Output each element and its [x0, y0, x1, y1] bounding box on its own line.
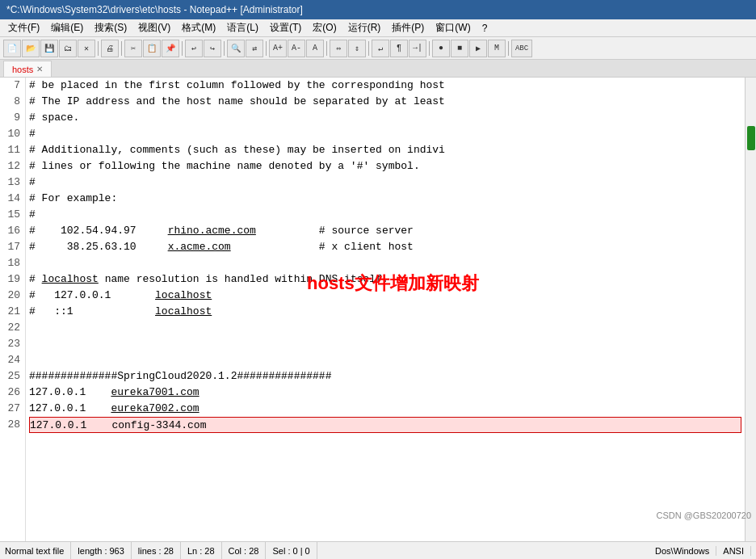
- toolbar-sep-6: [326, 41, 327, 56]
- code-line-9: # space.: [29, 110, 741, 126]
- menu-macro[interactable]: 宏(O): [308, 19, 341, 36]
- menu-search[interactable]: 搜索(S): [90, 19, 132, 36]
- line-numbers: 7891011121314151617181920212223242526272…: [0, 78, 26, 541]
- line-number-15: 15: [3, 207, 20, 223]
- toolbar-sep-8: [429, 41, 430, 56]
- code-line-10: #: [29, 126, 741, 142]
- code-line-24: [29, 352, 741, 368]
- code-line-13: #: [29, 174, 741, 191]
- line-number-16: 16: [3, 223, 20, 239]
- code-line-22: [29, 320, 741, 336]
- code-line-28: 127.0.0.1 config-3344.com: [29, 417, 741, 433]
- menu-window[interactable]: 窗口(W): [430, 19, 475, 36]
- scrollbar-thumb[interactable]: [747, 126, 755, 150]
- toolbar: 📄 📂 💾 🗂 ✕ 🖨 ✂ 📋 📌 ↩ ↪ 🔍 ⇄ A+ A- A ⇔ ⇕ ↵ …: [0, 37, 756, 60]
- menu-settings[interactable]: 设置(T): [265, 19, 306, 36]
- menu-lang[interactable]: 语言(L): [222, 19, 263, 36]
- line-number-18: 18: [3, 255, 20, 271]
- code-line-16: # 102.54.94.97 rhino.acme.com # source s…: [29, 223, 741, 239]
- code-line-12: # lines or following the machine name de…: [29, 158, 741, 174]
- toolbar-close[interactable]: ✕: [78, 40, 95, 57]
- line-number-21: 21: [3, 304, 20, 320]
- line-number-26: 26: [3, 385, 20, 401]
- line-number-28: 28: [3, 417, 20, 433]
- code-line-14: # For example:: [29, 191, 741, 207]
- code-line-15: #: [29, 207, 741, 223]
- code-line-25: ##############SpringCloud2020.1.2#######…: [29, 368, 741, 385]
- toolbar-new[interactable]: 📄: [3, 40, 21, 57]
- code-line-27: 127.0.0.1 eureka7002.com: [29, 401, 741, 417]
- code-line-11: # Additionally, comments (such as these)…: [29, 142, 741, 158]
- toolbar-sep-4: [224, 41, 225, 56]
- toolbar-save-all[interactable]: 🗂: [59, 40, 77, 57]
- toolbar-restore-zoom[interactable]: A: [306, 40, 324, 57]
- toolbar-macro-save[interactable]: M: [488, 40, 506, 57]
- toolbar-undo[interactable]: ↩: [185, 40, 203, 57]
- menu-view[interactable]: 视图(V): [133, 19, 175, 36]
- menu-format[interactable]: 格式(M): [177, 19, 220, 36]
- toolbar-find[interactable]: 🔍: [227, 40, 245, 57]
- toolbar-sep-5: [266, 41, 267, 56]
- code-line-20: # 127.0.0.1 localhost: [29, 288, 741, 304]
- status-enc: ANSI: [716, 546, 751, 556]
- menu-help[interactable]: ?: [477, 21, 493, 36]
- line-number-13: 13: [3, 174, 20, 191]
- toolbar-macro-rec[interactable]: ●: [432, 40, 450, 57]
- toolbar-all-chars[interactable]: ¶: [390, 40, 408, 57]
- toolbar-abc[interactable]: ABC: [511, 40, 532, 57]
- line-number-20: 20: [3, 288, 20, 304]
- line-number-12: 12: [3, 158, 20, 174]
- tab-hosts[interactable]: hosts ✕: [3, 61, 52, 77]
- menu-bar: 文件(F) 编辑(E) 搜索(S) 视图(V) 格式(M) 语言(L) 设置(T…: [0, 19, 756, 37]
- menu-run[interactable]: 运行(R): [343, 19, 386, 36]
- toolbar-word-wrap[interactable]: ↵: [372, 40, 389, 57]
- title-text: *C:\Windows\System32\drivers\etc\hosts -…: [6, 4, 303, 15]
- line-number-27: 27: [3, 401, 20, 417]
- watermark: CSDN @GBS20200720: [656, 511, 751, 520]
- toolbar-zoom-in[interactable]: A+: [269, 40, 287, 57]
- toolbar-sync-v[interactable]: ⇕: [348, 40, 366, 57]
- toolbar-cut[interactable]: ✂: [124, 40, 142, 57]
- code-line-18: [29, 255, 741, 271]
- menu-file[interactable]: 文件(F): [3, 19, 44, 36]
- code-line-23: [29, 336, 741, 352]
- code-line-8: # The IP address and the host name shoul…: [29, 94, 741, 110]
- menu-edit[interactable]: 编辑(E): [46, 19, 88, 36]
- line-number-23: 23: [3, 336, 20, 352]
- status-dos: Dos\Windows: [655, 546, 716, 556]
- toolbar-redo[interactable]: ↪: [204, 40, 221, 57]
- toolbar-save[interactable]: 💾: [40, 40, 58, 57]
- tab-close-icon[interactable]: ✕: [36, 65, 43, 74]
- line-number-9: 9: [3, 110, 20, 126]
- toolbar-sep-7: [368, 41, 369, 56]
- toolbar-paste[interactable]: 📌: [162, 40, 179, 57]
- toolbar-indent[interactable]: →|: [409, 40, 426, 57]
- line-number-22: 22: [3, 320, 20, 336]
- toolbar-copy[interactable]: 📋: [143, 40, 161, 57]
- scrollbar-vertical[interactable]: [745, 78, 756, 541]
- status-ln: Ln : 28: [181, 542, 222, 559]
- toolbar-macro-play[interactable]: ▶: [469, 40, 487, 57]
- toolbar-print[interactable]: 🖨: [101, 40, 119, 57]
- line-number-10: 10: [3, 126, 20, 142]
- toolbar-macro-stop[interactable]: ■: [451, 40, 468, 57]
- line-number-8: 8: [3, 94, 20, 110]
- toolbar-zoom-out[interactable]: A-: [288, 40, 305, 57]
- toolbar-sep-2: [121, 41, 122, 56]
- code-line-7: # be placed in the first column followed…: [29, 78, 741, 94]
- line-number-25: 25: [3, 368, 20, 385]
- toolbar-sep-9: [508, 41, 509, 56]
- line-number-24: 24: [3, 352, 20, 368]
- status-sel: Sel : 0 | 0: [266, 542, 317, 559]
- title-bar: *C:\Windows\System32\drivers\etc\hosts -…: [0, 0, 756, 19]
- code-line-21: # ::1 localhost: [29, 304, 741, 320]
- toolbar-sync-h[interactable]: ⇔: [330, 40, 347, 57]
- tab-hosts-label: hosts: [12, 65, 33, 74]
- toolbar-replace[interactable]: ⇄: [246, 40, 263, 57]
- menu-plugins[interactable]: 插件(P): [387, 19, 429, 36]
- status-right: Dos\Windows ANSI: [655, 546, 751, 556]
- line-number-7: 7: [3, 78, 20, 94]
- toolbar-open[interactable]: 📂: [22, 40, 40, 57]
- status-lines: lines : 28: [132, 542, 181, 559]
- code-area[interactable]: # be placed in the first column followed…: [26, 78, 745, 541]
